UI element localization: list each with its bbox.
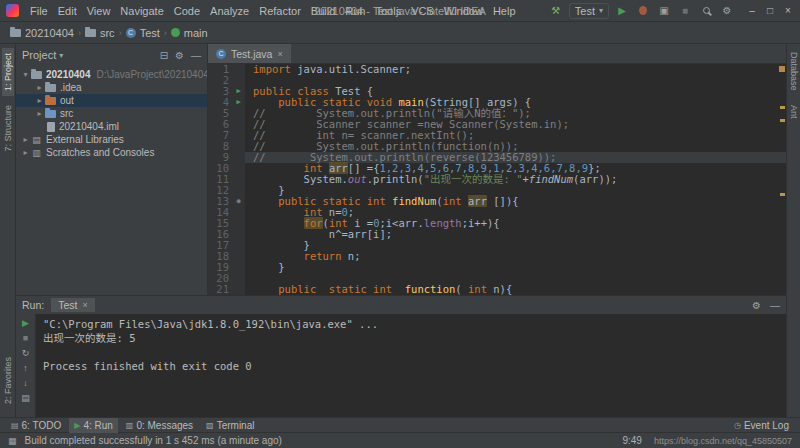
gutter-icon-slot[interactable] [232,284,245,295]
gutter-icon-slot[interactable] [232,130,245,141]
chevron-icon[interactable]: ▸ [34,83,45,92]
run-config-selector[interactable]: Test ▾ [569,3,609,19]
settings-button[interactable]: ⚙ [175,50,184,61]
gutter-icon-slot[interactable] [232,185,245,196]
breadcrumb-item-src[interactable]: src [83,27,117,39]
project-panel-title[interactable]: Project [22,49,56,61]
console-line [43,345,779,359]
code-line-text[interactable]: } [245,262,786,273]
tree-item-external-libraries[interactable]: ▸▤External Libraries [16,133,207,146]
settings-button[interactable]: ⚙ [719,3,735,19]
console[interactable]: "C:\Program Files\Java\jdk1.8.0_192\bin\… [36,314,786,417]
coverage-button[interactable]: ▣ [656,3,672,19]
scroll-up-button[interactable]: ↑ [19,362,33,374]
menu-help[interactable]: Help [488,5,521,17]
chevron-icon[interactable]: ▸ [20,135,31,144]
breadcrumb-item-20210404[interactable]: 20210404 [8,27,76,39]
code-editor[interactable]: 1import java.util.Scanner;23▶public clas… [208,64,786,295]
caret-position[interactable]: 9:49 [622,435,641,446]
tree-item-20210404[interactable]: ▾20210404D:\JavaProject\20210404 [16,68,207,81]
scroll-down-button[interactable]: ↓ [19,377,33,389]
toolwindow-button-ant[interactable]: Ant [789,105,799,119]
stop-button[interactable]: ■ [677,3,693,19]
menu-navigate[interactable]: Navigate [115,5,168,17]
build-hammer-button[interactable]: ⚒ [548,3,564,19]
code-line-text[interactable]: n^=arr[i]; [245,229,786,240]
line-number[interactable]: 21 [208,284,232,295]
gutter-icon-slot[interactable] [232,108,245,119]
tree-item-label: out [60,95,74,106]
close-icon[interactable]: × [277,49,282,59]
toolwindow-button-2-favorites[interactable]: 2: Favorites [2,352,14,409]
gutter-icon-slot[interactable] [232,141,245,152]
close-icon[interactable]: × [82,300,87,310]
file-icon [47,122,55,132]
toolwindow-button-7-structure[interactable]: 7: Structure [2,100,14,157]
code-line-text[interactable]: System.out.println("出现一次的数是: "+findNum(a… [245,174,786,185]
gutter-icon-slot[interactable] [232,273,245,284]
gutter-icon-slot[interactable] [232,174,245,185]
tree-item-idea[interactable]: ▸.idea [16,81,207,94]
gutter-icon-slot[interactable] [232,262,245,273]
stop-button[interactable]: ■ [19,332,33,344]
toolwindow-button-1-project[interactable]: 1: Project [2,48,14,96]
toolwindow-switcher-icon[interactable]: ▦ [8,436,17,446]
tree-item-20210404-iml[interactable]: 20210404.iml [16,120,207,133]
menu-view[interactable]: View [82,5,116,17]
event-log-button[interactable]: ◷ Event Log [729,418,794,433]
breadcrumb-item-main[interactable]: main [169,27,210,39]
hide-button[interactable]: — [770,300,780,311]
chevron-icon[interactable]: ▸ [34,96,45,105]
toolwindow-button-6-todo[interactable]: ▤6: TODO [6,418,66,433]
gutter-icon-slot[interactable] [232,64,245,75]
rerun-button[interactable]: ▶ [19,317,33,329]
chevron-icon[interactable]: ▸ [34,109,45,118]
tree-item-out[interactable]: ▸out [16,94,207,107]
close-button[interactable]: × [780,3,796,19]
chevron-icon[interactable]: ▸ [20,148,31,157]
tree-item-scratches-and-consoles[interactable]: ▸▥Scratches and Consoles [16,146,207,159]
gutter-icon-slot[interactable] [232,229,245,240]
hide-button[interactable]: — [191,50,201,61]
restart-button[interactable]: ↻ [19,347,33,359]
chevron-icon[interactable]: ▾ [20,70,31,79]
code-line-text[interactable]: public static int function( int n){ [245,284,786,295]
gutter-icon-slot[interactable] [232,119,245,130]
tree-item-src[interactable]: ▸src [16,107,207,120]
run-gutter-icon[interactable]: ▶ [232,97,245,108]
gutter-icon-slot[interactable] [232,75,245,86]
debug-button[interactable] [635,3,651,19]
settings-button[interactable]: ⚙ [752,300,761,311]
minimize-button[interactable]: – [744,3,760,19]
run-gutter-icon[interactable]: ▶ [232,86,245,97]
collapse-all-button[interactable]: ⊟ [160,50,168,61]
toolwindow-button-0-messages[interactable]: ▥0: Messages [121,418,198,433]
run-tab-test[interactable]: Test × [51,298,95,312]
clock-icon: ◷ [734,421,741,430]
code-line-text[interactable]: import java.util.Scanner; [245,64,786,75]
menu-edit[interactable]: Edit [53,5,82,17]
breadcrumb-separator: › [117,28,124,38]
gutter-icon-slot[interactable] [232,163,245,174]
run-button[interactable]: ▶ [614,3,630,19]
terminal-icon: ▧ [206,421,214,430]
toolwindow-button-4-run[interactable]: ▶4: Run [69,418,118,433]
maximize-button[interactable]: □ [762,3,778,19]
method-gutter-icon[interactable]: ◉ [232,196,245,207]
menu-analyze[interactable]: Analyze [205,5,254,17]
menu-code[interactable]: Code [169,5,205,17]
gutter-icon-slot[interactable] [232,207,245,218]
gutter-icon-slot[interactable] [232,251,245,262]
clear-button[interactable]: ▤ [19,392,33,404]
gutter-icon-slot[interactable] [232,218,245,229]
menu-file[interactable]: File [25,5,53,17]
code-line-text[interactable]: return n; [245,251,786,262]
search-everywhere-button[interactable] [698,3,714,19]
toolwindow-button-terminal[interactable]: ▧Terminal [201,418,259,433]
gutter-icon-slot[interactable] [232,240,245,251]
tab-test-java[interactable]: Test.java × [208,44,291,63]
menu-refactor[interactable]: Refactor [254,5,306,17]
breadcrumb-item-test[interactable]: Test [124,27,162,39]
toolwindow-button-database[interactable]: Database [789,52,799,91]
gutter-icon-slot[interactable] [232,152,245,163]
